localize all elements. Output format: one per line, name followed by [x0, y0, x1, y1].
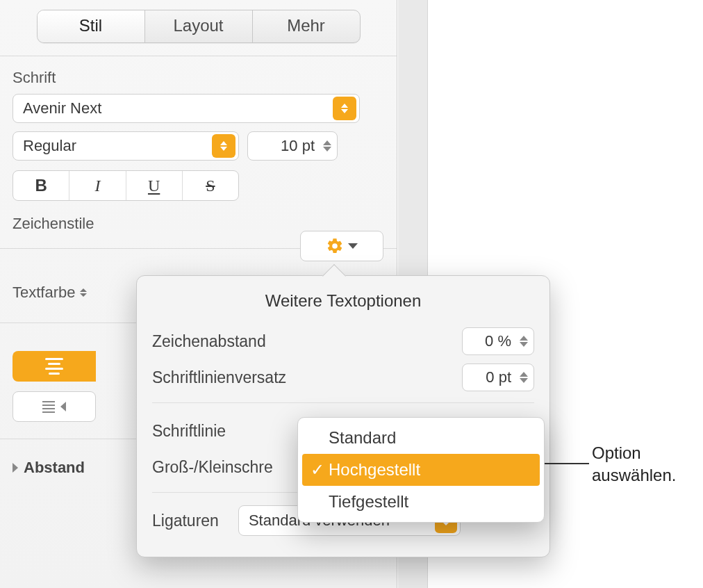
chevron-down-icon[interactable] — [520, 342, 528, 347]
character-spacing-label: Zeichenabstand — [152, 332, 266, 351]
text-color-control[interactable]: Textfarbe — [13, 284, 87, 302]
chevron-down-icon[interactable] — [520, 378, 528, 383]
chevron-up-icon[interactable] — [323, 140, 331, 145]
baseline-style-menu: Standard Hochgestellt Tiefgestellt — [297, 417, 545, 523]
dropdown-arrow-icon — [333, 97, 356, 120]
chevron-up-icon[interactable] — [520, 336, 528, 341]
callout-line — [542, 463, 589, 464]
chevron-up-icon[interactable] — [520, 372, 528, 377]
tab-more[interactable]: Mehr — [253, 10, 360, 42]
font-size-value: 10 pt — [259, 137, 319, 155]
ligatures-label: Ligaturen — [152, 512, 219, 530]
updown-icon — [80, 288, 87, 297]
strikethrough-button[interactable]: S — [183, 171, 238, 200]
baseline-style-label: Schriftlinie — [152, 422, 226, 441]
tab-layout[interactable]: Layout — [145, 10, 253, 42]
character-spacing-stepper[interactable] — [515, 336, 532, 347]
font-family-dropdown[interactable]: Avenir Next — [13, 94, 360, 123]
divider — [0, 56, 397, 56]
text-style-buttons: B I U S — [13, 170, 239, 201]
baseline-shift-row: Schriftlinienversatz 0 pt — [152, 359, 534, 395]
dropdown-arrow-icon — [212, 134, 235, 158]
menu-item-standard[interactable]: Standard — [298, 422, 544, 454]
capitalization-label: Groß-/Kleinschre — [152, 458, 273, 477]
chevron-down-icon — [348, 243, 358, 249]
popover-title: Weitere Textoptionen — [152, 291, 534, 311]
gear-icon — [326, 237, 344, 255]
tab-style[interactable]: Stil — [38, 10, 145, 42]
character-spacing-row: Zeichenabstand 0 % — [152, 323, 534, 359]
spacing-label: Abstand — [24, 459, 85, 477]
divider — [152, 402, 534, 403]
chevron-down-icon[interactable] — [323, 147, 331, 152]
more-text-options-button[interactable] — [300, 231, 383, 261]
character-spacing-value: 0 % — [467, 332, 515, 350]
italic-button[interactable]: I — [69, 171, 126, 200]
baseline-shift-value: 0 pt — [467, 368, 515, 386]
baseline-shift-field[interactable]: 0 pt — [462, 364, 534, 391]
baseline-shift-label: Schriftlinienversatz — [152, 368, 286, 387]
underline-button[interactable]: U — [126, 171, 183, 200]
font-size-stepper[interactable] — [319, 140, 336, 152]
callout-line2: auswählen. — [592, 464, 676, 487]
font-weight-dropdown[interactable]: Regular — [13, 131, 239, 161]
font-family-value: Avenir Next — [23, 99, 101, 117]
format-segmented-control: Stil Layout Mehr — [37, 10, 361, 43]
font-weight-value: Regular — [23, 137, 76, 155]
align-center-button[interactable] — [13, 351, 96, 382]
font-section-label: Schrift — [13, 69, 384, 87]
baseline-shift-stepper[interactable] — [515, 372, 532, 383]
font-size-field[interactable]: 10 pt — [247, 131, 338, 161]
callout-line1: Option — [592, 442, 676, 464]
menu-item-superscript[interactable]: Hochgestellt — [302, 454, 540, 486]
callout-text: Option auswählen. — [592, 442, 676, 487]
text-color-label: Textfarbe — [13, 284, 76, 302]
character-spacing-field[interactable]: 0 % — [462, 327, 534, 355]
align-center-icon — [45, 358, 63, 375]
triangle-left-icon — [60, 402, 66, 411]
menu-item-subscript[interactable]: Tiefgestellt — [298, 486, 544, 518]
bold-button[interactable]: B — [13, 171, 69, 200]
disclosure-triangle-icon — [13, 463, 18, 473]
decrease-indent-button[interactable] — [13, 391, 96, 422]
lines-icon — [42, 401, 55, 413]
